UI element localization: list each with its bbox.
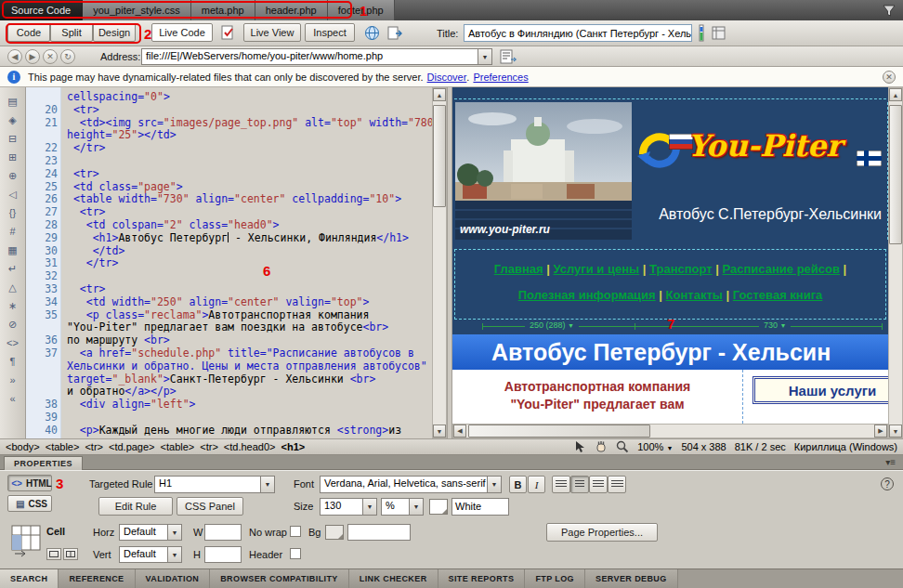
view-button-split[interactable]: Split bbox=[50, 23, 93, 42]
discover-link[interactable]: Discover bbox=[427, 72, 467, 83]
wrap-tag-icon[interactable]: <> bbox=[3, 334, 23, 351]
code-line[interactable]: 21 <td><img src="images/page_top.png" al… bbox=[26, 117, 432, 130]
view-button-design[interactable]: Design bbox=[93, 23, 136, 42]
results-tab-validation[interactable]: VALIDATION bbox=[136, 569, 211, 588]
align-center-icon[interactable] bbox=[570, 476, 589, 493]
page-properties-button[interactable]: Page Properties... bbox=[546, 523, 658, 542]
align-left-icon[interactable] bbox=[552, 476, 570, 493]
results-tab-link-checker[interactable]: LINK CHECKER bbox=[349, 569, 438, 588]
code-line[interactable]: 40 <p>Каждый день многие люди отправляют… bbox=[26, 425, 432, 438]
line-numbers-icon[interactable]: # bbox=[3, 223, 23, 240]
code-line[interactable]: 30 </td> bbox=[26, 245, 432, 258]
nav-link[interactable]: Расписание рейсов bbox=[723, 262, 840, 276]
tag-selector-item[interactable]: <tr> bbox=[200, 441, 218, 452]
zoom-level[interactable]: 100% ▼ bbox=[637, 441, 673, 452]
code-line[interactable]: 31 </tr> bbox=[26, 257, 432, 270]
merge-cells-icon[interactable] bbox=[46, 548, 61, 560]
results-tab-search[interactable]: SEARCH bbox=[0, 569, 59, 588]
close-infobar-icon[interactable]: ✕ bbox=[883, 71, 896, 84]
horz-align-select[interactable]: Default▼ bbox=[119, 524, 182, 541]
tag-selector-item[interactable]: <td.page> bbox=[109, 441, 155, 452]
targeted-rule-select[interactable]: H1▼ bbox=[154, 476, 275, 493]
code-line[interactable]: 37 <a href="schedule.php" title="Расписа… bbox=[26, 347, 432, 360]
open-documents-icon[interactable]: ▤ bbox=[3, 93, 23, 110]
zoom-tool-icon[interactable] bbox=[616, 440, 629, 453]
file-tab[interactable]: header.php bbox=[255, 0, 328, 20]
design-hscroll-thumb[interactable] bbox=[468, 425, 650, 438]
italic-button[interactable]: I bbox=[528, 476, 545, 493]
preview-in-browser-icon[interactable] bbox=[364, 25, 380, 41]
bold-button[interactable]: B bbox=[509, 476, 527, 493]
scroll-down-icon[interactable]: ▼ bbox=[433, 425, 446, 438]
code-line[interactable]: 38 <div align="left"> bbox=[26, 399, 432, 412]
cell-height-input[interactable] bbox=[204, 546, 242, 563]
nav-link[interactable]: Главная bbox=[494, 262, 543, 276]
no-wrap-checkbox[interactable] bbox=[290, 526, 301, 537]
address-options-icon[interactable] bbox=[500, 49, 517, 64]
bg-color-input[interactable] bbox=[347, 524, 411, 541]
source-code-tab[interactable]: Source Code bbox=[0, 0, 83, 20]
nav-link[interactable]: Контакты bbox=[666, 288, 723, 302]
preferences-link[interactable]: Preferences bbox=[473, 72, 528, 83]
window-size[interactable]: 504 x 388 bbox=[681, 441, 726, 452]
results-tab-browser-compatibility[interactable]: BROWSER COMPATIBILITY bbox=[210, 569, 349, 588]
size-unit-select[interactable]: %▼ bbox=[381, 498, 424, 516]
code-line[interactable]: 25 <td class="page"> bbox=[26, 181, 432, 194]
align-justify-icon[interactable] bbox=[608, 476, 626, 493]
header-checkbox[interactable] bbox=[290, 548, 301, 559]
design-view[interactable]: You-Piter Автобус С.Петербург-Хельсинки … bbox=[452, 87, 888, 438]
css-mode-button[interactable]: ▤CSS bbox=[7, 495, 52, 512]
code-line[interactable]: cellspacing="0"> bbox=[26, 91, 432, 104]
edit-rule-button[interactable]: Edit Rule bbox=[98, 497, 173, 516]
code-line[interactable]: 27 <tr> bbox=[26, 206, 432, 219]
code-line[interactable]: 24 <tr> bbox=[26, 168, 432, 181]
balance-braces-icon[interactable]: {} bbox=[3, 204, 23, 221]
scroll-right-icon[interactable]: ▶ bbox=[874, 425, 887, 438]
refresh-icon[interactable]: ↻ bbox=[60, 49, 75, 64]
bg-color-swatch[interactable] bbox=[325, 525, 344, 540]
tag-selector-item[interactable]: <table> bbox=[46, 441, 80, 452]
tag-selector-item[interactable]: <h1> bbox=[281, 441, 306, 452]
recent-snippets-icon[interactable]: ¶ bbox=[3, 353, 23, 370]
results-tab-ftp-log[interactable]: FTP LOG bbox=[525, 569, 585, 588]
check-page-icon[interactable] bbox=[697, 24, 706, 42]
help-icon[interactable]: ? bbox=[881, 477, 894, 490]
code-line[interactable]: 29 <h1>Автобус Петербург - Хельсинки, Фи… bbox=[26, 232, 432, 245]
css-panel-button[interactable]: CSS Panel bbox=[177, 497, 243, 516]
code-line[interactable]: "You-Piter" предлагает вам поездки на ав… bbox=[26, 321, 432, 334]
collapse-selection-icon[interactable]: ⊞ bbox=[3, 149, 23, 165]
nav-link[interactable]: Транспорт bbox=[649, 262, 713, 276]
file-tab[interactable]: you_piter_style.css bbox=[83, 0, 191, 20]
view-button-code[interactable]: Code bbox=[7, 23, 50, 42]
code-line[interactable]: и обратно</a></p> bbox=[26, 385, 432, 399]
panel-menu-icon[interactable]: ▾≡ bbox=[885, 457, 896, 467]
address-dropdown-arrow-icon[interactable]: ▼ bbox=[478, 49, 491, 64]
code-scroll-thumb[interactable] bbox=[433, 105, 446, 207]
validate-markup-icon[interactable] bbox=[712, 26, 726, 40]
code-line[interactable]: 20 <tr> bbox=[26, 104, 432, 117]
design-horizontal-scrollbar[interactable]: ◀ ▶ bbox=[452, 424, 888, 438]
apply-comment-icon[interactable]: ∗ bbox=[3, 297, 23, 314]
back-icon[interactable]: ◀ bbox=[7, 49, 22, 64]
live-view-button[interactable]: Live View bbox=[243, 23, 301, 42]
text-color-input[interactable]: White bbox=[452, 498, 509, 516]
cell-width-input[interactable] bbox=[204, 524, 242, 541]
table-width-menu[interactable]: 730 ▼ bbox=[759, 320, 791, 330]
syntax-error-alerts-icon[interactable]: △ bbox=[3, 279, 23, 295]
tag-selector-item[interactable]: <tr> bbox=[85, 441, 103, 452]
code-vertical-scrollbar[interactable]: ▲ ▼ bbox=[432, 87, 447, 438]
code-line[interactable]: 39 bbox=[26, 412, 432, 425]
stop-icon[interactable]: ✕ bbox=[43, 49, 58, 64]
file-management-icon[interactable] bbox=[386, 25, 402, 41]
column-width-menu[interactable]: 250 (288) ▼ bbox=[525, 320, 579, 330]
size-select[interactable]: 130▼ bbox=[320, 498, 377, 516]
tag-selector-item[interactable]: <td.head0> bbox=[224, 441, 276, 452]
scroll-down-icon[interactable]: ▼ bbox=[889, 425, 902, 438]
code-line[interactable]: 26 <table width="730" align="center" cel… bbox=[26, 193, 432, 206]
code-line[interactable]: 23 bbox=[26, 155, 432, 168]
properties-tab[interactable]: PROPERTIES bbox=[4, 456, 83, 470]
design-vertical-scrollbar[interactable]: ▲ ▼ bbox=[888, 87, 903, 438]
scroll-up-icon[interactable]: ▲ bbox=[433, 88, 446, 101]
code-line[interactable]: height="25"></td> bbox=[26, 129, 432, 142]
nav-link[interactable]: Гостевая книга bbox=[733, 288, 823, 302]
